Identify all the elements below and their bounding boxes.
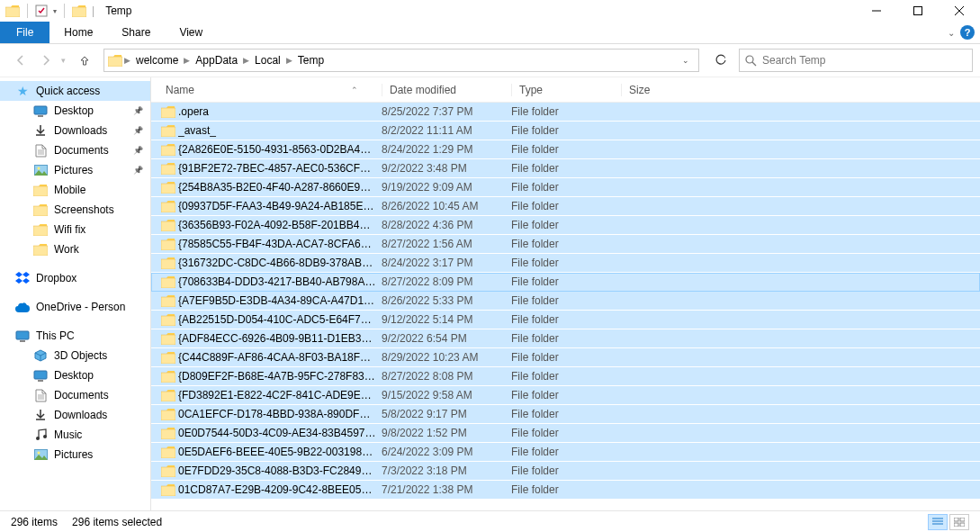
- icons-view-button[interactable]: [949, 514, 969, 530]
- file-row[interactable]: {316732DC-C8DC-4B66-8DB9-378ABA684...8/2…: [151, 254, 980, 273]
- chevron-right-icon[interactable]: ▶: [182, 56, 192, 65]
- file-row[interactable]: {09937D5F-FAA3-4B49-9A24-AB185EB4E0...8/…: [151, 197, 980, 216]
- svg-rect-10: [34, 106, 47, 114]
- file-type: File folder: [511, 427, 621, 439]
- close-button[interactable]: [939, 0, 980, 22]
- folder-icon: [158, 409, 178, 420]
- file-row[interactable]: {2A826E0E-5150-4931-8563-0D2BA40A61...8/…: [151, 140, 980, 159]
- chevron-right-icon[interactable]: ▶: [122, 56, 132, 65]
- file-row[interactable]: {C44C889F-AF86-4CAA-8F03-BA18F198B...8/2…: [151, 348, 980, 367]
- file-type: File folder: [511, 181, 621, 194]
- address-dropdown-icon[interactable]: ⌄: [677, 56, 695, 65]
- file-tab[interactable]: File: [0, 22, 49, 43]
- sidebar-item-work[interactable]: Work: [0, 239, 150, 259]
- file-row[interactable]: {D809EF2F-B68E-4A7B-95FC-278F833D34...8/…: [151, 367, 980, 386]
- breadcrumb-local[interactable]: Local: [251, 54, 284, 67]
- back-button[interactable]: [11, 50, 31, 70]
- sidebar-item-pictures[interactable]: Pictures📌: [0, 160, 150, 180]
- file-row[interactable]: 0CA1EFCF-D178-4BBD-938A-890DFBB1A...5/8/…: [151, 405, 980, 424]
- sidebar-item-documents[interactable]: Documents: [0, 385, 150, 405]
- file-type: File folder: [511, 313, 621, 326]
- tab-share[interactable]: Share: [107, 22, 165, 43]
- minimize-button[interactable]: [856, 0, 897, 22]
- search-box[interactable]: [739, 49, 973, 72]
- file-row[interactable]: {AB22515D-D054-410C-ADC5-E64F77F65...9/1…: [151, 311, 980, 329]
- file-row[interactable]: 0E5DAEF6-BEEE-40E5-9B22-003198061C036/24…: [151, 443, 980, 462]
- svg-rect-25: [38, 380, 43, 382]
- chevron-right-icon[interactable]: ▶: [284, 56, 294, 65]
- file-row[interactable]: {91BF2E72-7BEC-4857-AEC0-536CFEC3EB...9/…: [151, 159, 980, 178]
- file-row[interactable]: {254B8A35-B2E0-4F40-A287-8660E9469B0...9…: [151, 178, 980, 197]
- svg-rect-54: [161, 486, 175, 496]
- svg-rect-35: [161, 127, 175, 137]
- refresh-button[interactable]: [708, 49, 733, 72]
- tab-home[interactable]: Home: [49, 22, 107, 43]
- search-input[interactable]: [762, 54, 967, 67]
- qat-save-icon[interactable]: [35, 5, 48, 17]
- file-row[interactable]: _avast_8/2/2022 11:11 AMFile folder: [151, 122, 980, 140]
- onedrive-icon: [14, 302, 31, 312]
- column-type[interactable]: Type: [511, 84, 621, 96]
- sidebar-item-label: Pictures: [54, 448, 93, 461]
- forward-button[interactable]: [36, 50, 56, 70]
- tab-view[interactable]: View: [165, 22, 217, 43]
- history-dropdown-icon[interactable]: ▾: [61, 56, 66, 65]
- chevron-right-icon[interactable]: ▶: [241, 56, 251, 65]
- column-date[interactable]: Date modified: [382, 84, 511, 96]
- help-button[interactable]: ?: [960, 25, 975, 40]
- sidebar-item-3d-objects[interactable]: 3D Objects: [0, 346, 150, 365]
- sidebar-item-downloads[interactable]: Downloads📌: [0, 121, 150, 140]
- sidebar-item-screenshots[interactable]: Screenshots: [0, 200, 150, 220]
- up-button[interactable]: [75, 50, 94, 70]
- ribbon-expand-icon[interactable]: ⌄: [948, 28, 955, 38]
- pin-icon: 📌: [133, 126, 143, 135]
- file-row[interactable]: .opera8/25/2022 7:37 PMFile folder: [151, 103, 980, 122]
- sidebar-item-music[interactable]: Music: [0, 425, 150, 445]
- file-row[interactable]: {708633B4-DDD3-4217-BB40-AB798A0E8...8/2…: [151, 273, 980, 292]
- file-name: {36356B93-F02A-4092-B58F-201BB4857E6...: [178, 219, 382, 231]
- title-bar: ▾ | Temp: [0, 0, 980, 22]
- file-row[interactable]: {A7EF9B5D-E3DB-4A34-89CA-A47D1FCB...8/26…: [151, 292, 980, 311]
- desktop-icon: [32, 105, 49, 117]
- column-label: Name: [166, 84, 194, 96]
- sidebar-quick-access[interactable]: ★ Quick access: [0, 81, 150, 101]
- details-view-button[interactable]: [928, 514, 948, 530]
- column-name[interactable]: Name ⌃: [158, 84, 382, 96]
- navigation-pane[interactable]: ★ Quick access Desktop📌Downloads📌Documen…: [0, 77, 151, 510]
- file-list[interactable]: .opera8/25/2022 7:37 PMFile folder_avast…: [151, 103, 980, 510]
- breadcrumb-welcome[interactable]: welcome: [132, 54, 182, 67]
- sidebar-item-desktop[interactable]: Desktop📌: [0, 101, 150, 121]
- sidebar-onedrive[interactable]: OneDrive - Person: [0, 297, 150, 317]
- file-row[interactable]: 0E0D7544-50D3-4C09-AE34-83B4597DA6E59/8/…: [151, 424, 980, 443]
- file-row[interactable]: 01CD87A7-E29B-4209-9C42-8BEE05AA82547/21…: [151, 481, 980, 500]
- sidebar-item-mobile[interactable]: Mobile: [0, 180, 150, 200]
- svg-rect-52: [161, 448, 175, 458]
- file-row[interactable]: 0E7FDD29-35C8-4088-B3D3-FC2849518B047/3/…: [151, 462, 980, 481]
- sidebar-item-label: Screenshots: [54, 203, 114, 216]
- sidebar-item-pictures[interactable]: Pictures: [0, 445, 150, 464]
- maximize-button[interactable]: [897, 0, 939, 22]
- file-row[interactable]: {FD3892E1-E822-4C2F-841C-ADE9E5BB9...9/1…: [151, 386, 980, 405]
- sidebar-item-documents[interactable]: Documents📌: [0, 140, 150, 160]
- column-size[interactable]: Size: [621, 84, 688, 96]
- file-row[interactable]: {ADF84ECC-6926-4B09-9B11-D1EB313BF...9/2…: [151, 329, 980, 348]
- file-name: 01CD87A7-E29B-4209-9C42-8BEE05AA8254: [178, 483, 382, 496]
- svg-rect-58: [954, 518, 958, 521]
- sidebar-item-wifi-fix[interactable]: Wifi fix: [0, 220, 150, 239]
- folder-icon: [158, 257, 178, 269]
- file-row[interactable]: {78585C55-FB4F-43DA-ACA7-8CFA64E5B...8/2…: [151, 235, 980, 254]
- sidebar-this-pc[interactable]: This PC: [0, 326, 150, 346]
- address-bar[interactable]: ▶ welcome ▶ AppData ▶ Local ▶ Temp ⌄: [103, 49, 699, 72]
- file-row[interactable]: {36356B93-F02A-4092-B58F-201BB4857E6...8…: [151, 216, 980, 235]
- downloads-icon: [32, 124, 49, 137]
- sidebar-dropbox[interactable]: Dropbox: [0, 268, 150, 288]
- file-date: 8/24/2022 1:29 PM: [382, 143, 511, 156]
- sidebar-item-desktop[interactable]: Desktop: [0, 365, 150, 385]
- qat-dropdown-icon[interactable]: ▾: [53, 7, 57, 15]
- sidebar-item-downloads[interactable]: Downloads: [0, 405, 150, 425]
- file-type: File folder: [511, 483, 621, 496]
- breadcrumb-temp[interactable]: Temp: [294, 54, 328, 67]
- breadcrumb-appdata[interactable]: AppData: [192, 54, 241, 67]
- folder-icon: [158, 106, 178, 118]
- file-name: 0CA1EFCF-D178-4BBD-938A-890DFBB1A...: [178, 408, 382, 420]
